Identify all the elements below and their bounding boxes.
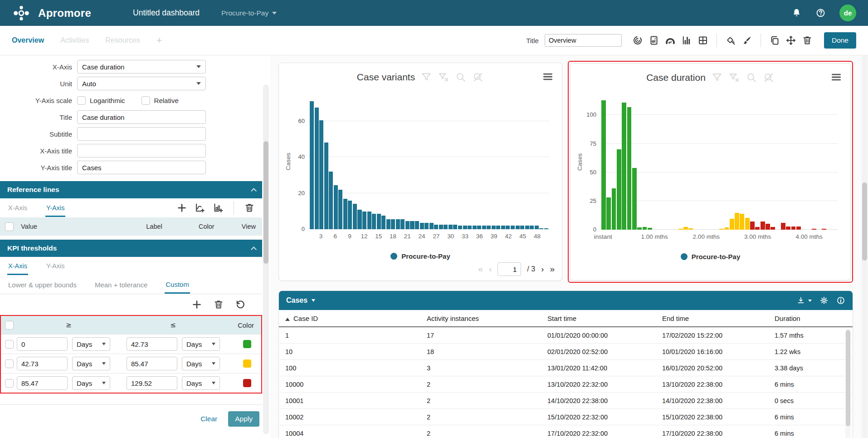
clear-button[interactable]: Clear — [200, 415, 217, 423]
add-icon[interactable] — [191, 299, 202, 310]
filter-icon[interactable] — [420, 71, 432, 83]
zoom-in-icon[interactable] — [746, 72, 757, 84]
table-row[interactable]: 10002215/10/2020 22:32:0015/10/2020 22:3… — [279, 409, 853, 425]
table-row[interactable]: 101802/01/2020 02:52:0010/01/2020 16:16:… — [279, 344, 853, 360]
threshold-to-unit-select[interactable]: Days — [182, 357, 220, 370]
reference-tab-x-axis[interactable]: X-Axis — [7, 199, 28, 216]
window-scrollbar[interactable] — [862, 55, 868, 438]
threshold-to-unit-select[interactable]: Days — [182, 376, 220, 390]
threshold-to-input[interactable] — [127, 357, 177, 370]
legend-marker[interactable] — [390, 253, 397, 260]
title-input[interactable] — [77, 110, 206, 124]
unit-select[interactable]: Auto — [77, 77, 206, 90]
color-swatch[interactable] — [243, 340, 251, 348]
last-page-icon[interactable]: » — [550, 264, 555, 274]
table-row[interactable]: 10000213/10/2020 22:32:0013/10/2020 22:3… — [279, 376, 853, 393]
done-button[interactable]: Done — [824, 32, 856, 49]
reference-tab-y-axis[interactable]: Y-Axis — [45, 199, 66, 217]
help-icon[interactable] — [815, 8, 826, 18]
avatar[interactable]: de — [839, 5, 856, 21]
delete-icon[interactable] — [213, 299, 224, 310]
next-page-icon[interactable]: › — [541, 264, 544, 274]
relative-checkbox[interactable] — [141, 96, 150, 105]
copy-widget-icon[interactable] — [769, 35, 780, 46]
case-variants-widget[interactable]: Case variants Cases 0204060 369121518212… — [278, 63, 562, 281]
scrollbar-thumb[interactable] — [862, 182, 867, 261]
legend-marker[interactable] — [681, 253, 688, 260]
filter-icon[interactable] — [711, 72, 723, 84]
threshold-from-unit-select[interactable]: Days — [72, 337, 110, 351]
log-selector-dropdown[interactable]: Procure-to-Pay — [221, 9, 277, 17]
row-checkbox[interactable] — [5, 379, 14, 388]
info-icon[interactable] — [836, 296, 845, 305]
column-header-end-time[interactable]: End time — [662, 315, 775, 322]
zoom-off-icon[interactable] — [472, 71, 484, 83]
table-scrollbar[interactable] — [845, 329, 851, 438]
select-all-checkbox[interactable] — [5, 321, 14, 330]
first-page-icon[interactable]: « — [478, 264, 483, 274]
donut-chart-icon[interactable] — [632, 35, 643, 46]
kpi-tab-x-axis[interactable]: X-Axis — [7, 257, 28, 275]
kpi-mode-custom[interactable]: Custom — [165, 276, 190, 294]
threshold-to-input[interactable] — [127, 337, 177, 351]
row-checkbox[interactable] — [5, 340, 14, 349]
kpi-mode-lower-upper-bounds[interactable]: Lower & upper bounds — [7, 276, 78, 293]
widget-title-input[interactable] — [545, 34, 622, 47]
case-duration-widget-selected[interactable]: Case duration Cases 0255075100 instant1.… — [568, 61, 853, 283]
subtitle-input[interactable] — [77, 127, 206, 141]
column-header-case-id[interactable]: Case ID — [285, 315, 427, 322]
legend-label[interactable]: Procure-to-Pay — [401, 252, 450, 260]
kpi-thresholds-section-header[interactable]: KPI thresholds — [0, 240, 262, 257]
gauge-chart-icon[interactable] — [665, 35, 676, 46]
column-header-start-time[interactable]: Start time — [547, 315, 662, 322]
tab-activities[interactable]: Activities — [60, 36, 89, 44]
kpi-tab-y-axis[interactable]: Y-Axis — [45, 257, 66, 274]
delete-icon[interactable] — [802, 35, 813, 46]
panel-scrollbar[interactable] — [263, 84, 269, 434]
delete-icon[interactable] — [244, 202, 255, 213]
add-line-reference-icon[interactable] — [195, 202, 205, 213]
table-icon[interactable] — [697, 35, 708, 46]
kpi-mode-mean-tolerance[interactable]: Mean + tolerance — [94, 276, 148, 293]
logarithmic-checkbox[interactable] — [77, 96, 86, 105]
bar-chart-icon[interactable] — [681, 35, 692, 46]
menu-icon[interactable] — [542, 71, 554, 84]
scrollbar-thumb[interactable] — [263, 141, 268, 264]
row-checkbox[interactable] — [5, 359, 14, 368]
x-axis-select[interactable]: Case duration — [77, 60, 206, 74]
scrollbar-thumb[interactable] — [846, 330, 850, 426]
select-all-checkbox[interactable] — [5, 222, 14, 231]
table-row[interactable]: 11701/01/2020 00:00:0017/02/2020 15:22:0… — [279, 327, 853, 344]
threshold-from-unit-select[interactable]: Days — [72, 376, 110, 390]
color-swatch[interactable] — [243, 359, 251, 368]
table-row[interactable]: 10004217/10/2020 22:32:0017/10/2020 22:3… — [279, 425, 853, 438]
add-tab-button[interactable]: + — [156, 34, 162, 46]
filter-off-icon[interactable] — [438, 71, 449, 83]
page-number-input[interactable] — [497, 262, 521, 276]
add-icon[interactable] — [176, 202, 187, 213]
download-icon[interactable] — [796, 296, 805, 305]
prev-page-icon[interactable]: ‹ — [489, 264, 492, 274]
threshold-from-unit-select[interactable]: Days — [72, 357, 110, 370]
apply-button[interactable]: Apply — [228, 411, 259, 427]
format-fill-icon[interactable] — [725, 35, 736, 46]
x-axis-title-input[interactable] — [77, 144, 206, 157]
reference-lines-section-header[interactable]: Reference lines — [0, 181, 262, 198]
chevron-down-icon[interactable] — [808, 300, 812, 302]
table-row[interactable]: 10001214/10/2020 22:38:0014/10/2020 22:3… — [279, 393, 853, 409]
filter-off-icon[interactable] — [728, 72, 740, 84]
chevron-down-icon[interactable] — [312, 299, 315, 302]
threshold-from-input[interactable] — [17, 357, 68, 370]
zoom-in-icon[interactable] — [455, 71, 467, 83]
add-bar-reference-icon[interactable] — [213, 202, 224, 213]
y-axis-title-input[interactable] — [77, 161, 206, 174]
settings-icon[interactable] — [819, 296, 829, 305]
undo-icon[interactable] — [235, 299, 246, 310]
threshold-to-input[interactable] — [127, 376, 177, 390]
move-widget-icon[interactable] — [785, 35, 796, 46]
column-header-duration[interactable]: Duration — [775, 315, 853, 322]
bell-icon[interactable] — [791, 8, 802, 18]
threshold-to-unit-select[interactable]: Days — [182, 337, 220, 351]
threshold-from-input[interactable] — [17, 337, 68, 351]
kpi-card-icon[interactable] — [649, 35, 659, 46]
